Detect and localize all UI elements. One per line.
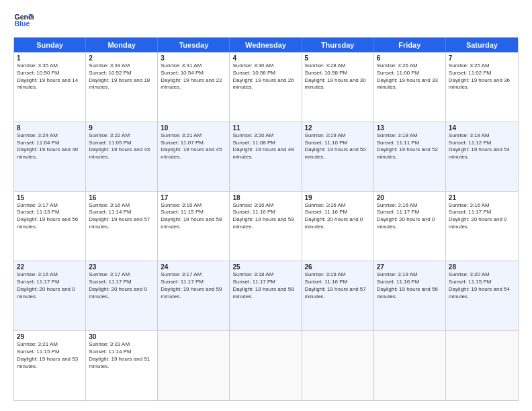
header-cell-friday: Friday	[374, 38, 446, 52]
calendar-cell: 25Sunrise: 3:18 AM Sunset: 11:17 PM Dayl…	[230, 261, 302, 330]
calendar-cell	[446, 331, 518, 400]
calendar-cell: 13Sunrise: 3:18 AM Sunset: 11:11 PM Dayl…	[374, 122, 446, 191]
calendar-week-0: 1Sunrise: 3:35 AM Sunset: 10:50 PM Dayli…	[14, 52, 518, 122]
day-number: 22	[17, 263, 83, 271]
page: General Blue SundayMondayTuesdayWednesda…	[0, 0, 532, 411]
cell-info: Sunrise: 3:19 AM Sunset: 11:16 PM Daylig…	[377, 271, 443, 300]
calendar-cell: 22Sunrise: 3:16 AM Sunset: 11:17 PM Dayl…	[14, 261, 86, 330]
calendar-cell	[374, 331, 446, 400]
day-number: 9	[89, 124, 154, 132]
calendar-cell	[230, 331, 302, 400]
calendar-body: 1Sunrise: 3:35 AM Sunset: 10:50 PM Dayli…	[14, 52, 518, 400]
day-number: 21	[449, 194, 515, 201]
cell-info: Sunrise: 3:17 AM Sunset: 11:17 PM Daylig…	[161, 271, 226, 300]
calendar-cell: 21Sunrise: 3:16 AM Sunset: 11:17 PM Dayl…	[446, 192, 518, 261]
calendar-cell	[302, 331, 374, 400]
cell-info: Sunrise: 3:16 AM Sunset: 11:17 PM Daylig…	[17, 271, 83, 300]
day-number: 4	[232, 54, 298, 62]
calendar-cell: 4Sunrise: 3:30 AM Sunset: 10:56 PM Dayli…	[230, 52, 302, 122]
day-number: 20	[377, 194, 443, 201]
day-number: 7	[449, 54, 515, 62]
cell-info: Sunrise: 3:19 AM Sunset: 11:16 PM Daylig…	[305, 271, 371, 300]
calendar-cell: 1Sunrise: 3:35 AM Sunset: 10:50 PM Dayli…	[14, 52, 86, 122]
day-number: 27	[377, 263, 443, 271]
day-number: 29	[17, 333, 83, 340]
logo-icon: General Blue	[13, 10, 34, 30]
header-cell-saturday: Saturday	[446, 38, 518, 52]
calendar-cell: 19Sunrise: 3:16 AM Sunset: 11:16 PM Dayl…	[302, 192, 374, 261]
calendar-cell: 27Sunrise: 3:19 AM Sunset: 11:16 PM Dayl…	[374, 261, 446, 330]
cell-info: Sunrise: 3:26 AM Sunset: 11:00 PM Daylig…	[377, 62, 443, 91]
calendar-cell: 9Sunrise: 3:22 AM Sunset: 11:05 PM Dayli…	[86, 122, 158, 191]
header-cell-wednesday: Wednesday	[230, 38, 302, 52]
cell-info: Sunrise: 3:24 AM Sunset: 11:04 PM Daylig…	[17, 132, 83, 161]
header-cell-sunday: Sunday	[14, 38, 86, 52]
calendar-cell	[158, 331, 230, 400]
calendar-cell: 30Sunrise: 3:23 AM Sunset: 11:14 PM Dayl…	[86, 331, 158, 400]
calendar-cell: 16Sunrise: 3:16 AM Sunset: 11:14 PM Dayl…	[86, 192, 158, 261]
day-number: 2	[89, 54, 154, 62]
cell-info: Sunrise: 3:21 AM Sunset: 11:07 PM Daylig…	[161, 132, 226, 161]
calendar-cell: 24Sunrise: 3:17 AM Sunset: 11:17 PM Dayl…	[158, 261, 230, 330]
calendar-week-4: 29Sunrise: 3:21 AM Sunset: 11:15 PM Dayl…	[14, 331, 518, 400]
cell-info: Sunrise: 3:30 AM Sunset: 10:56 PM Daylig…	[232, 62, 298, 91]
day-number: 3	[161, 54, 226, 62]
cell-info: Sunrise: 3:16 AM Sunset: 11:16 PM Daylig…	[305, 202, 371, 231]
cell-info: Sunrise: 3:16 AM Sunset: 11:17 PM Daylig…	[377, 202, 443, 231]
cell-info: Sunrise: 3:20 AM Sunset: 11:15 PM Daylig…	[449, 271, 515, 300]
day-number: 23	[89, 263, 154, 271]
cell-info: Sunrise: 3:28 AM Sunset: 10:58 PM Daylig…	[305, 62, 371, 91]
calendar-cell: 28Sunrise: 3:20 AM Sunset: 11:15 PM Dayl…	[446, 261, 518, 330]
svg-text:Blue: Blue	[15, 19, 30, 28]
calendar-cell: 15Sunrise: 3:17 AM Sunset: 11:13 PM Dayl…	[14, 192, 86, 261]
calendar-cell: 17Sunrise: 3:16 AM Sunset: 11:15 PM Dayl…	[158, 192, 230, 261]
cell-info: Sunrise: 3:25 AM Sunset: 11:02 PM Daylig…	[449, 62, 515, 91]
cell-info: Sunrise: 3:18 AM Sunset: 11:12 PM Daylig…	[449, 132, 515, 161]
calendar-cell: 6Sunrise: 3:26 AM Sunset: 11:00 PM Dayli…	[374, 52, 446, 122]
calendar-cell: 14Sunrise: 3:18 AM Sunset: 11:12 PM Dayl…	[446, 122, 518, 191]
day-number: 18	[232, 194, 298, 201]
cell-info: Sunrise: 3:18 AM Sunset: 11:17 PM Daylig…	[232, 271, 298, 300]
day-number: 8	[17, 124, 83, 132]
cell-info: Sunrise: 3:17 AM Sunset: 11:13 PM Daylig…	[17, 202, 83, 231]
cell-info: Sunrise: 3:35 AM Sunset: 10:50 PM Daylig…	[17, 62, 83, 91]
calendar-cell: 11Sunrise: 3:20 AM Sunset: 11:08 PM Dayl…	[230, 122, 302, 191]
cell-info: Sunrise: 3:21 AM Sunset: 11:15 PM Daylig…	[17, 341, 83, 370]
day-number: 15	[17, 194, 83, 201]
calendar-cell: 12Sunrise: 3:19 AM Sunset: 11:10 PM Dayl…	[302, 122, 374, 191]
day-number: 11	[232, 124, 298, 132]
day-number: 19	[305, 194, 371, 201]
cell-info: Sunrise: 3:17 AM Sunset: 11:17 PM Daylig…	[89, 271, 154, 300]
day-number: 24	[161, 263, 226, 271]
logo: General Blue	[13, 10, 34, 30]
header-cell-thursday: Thursday	[302, 38, 374, 52]
calendar-cell: 26Sunrise: 3:19 AM Sunset: 11:16 PM Dayl…	[302, 261, 374, 330]
calendar-cell: 20Sunrise: 3:16 AM Sunset: 11:17 PM Dayl…	[374, 192, 446, 261]
cell-info: Sunrise: 3:18 AM Sunset: 11:11 PM Daylig…	[377, 132, 443, 161]
calendar: SundayMondayTuesdayWednesdayThursdayFrid…	[13, 37, 519, 401]
calendar-cell: 18Sunrise: 3:16 AM Sunset: 11:16 PM Dayl…	[230, 192, 302, 261]
cell-info: Sunrise: 3:19 AM Sunset: 11:10 PM Daylig…	[305, 132, 371, 161]
cell-info: Sunrise: 3:20 AM Sunset: 11:08 PM Daylig…	[232, 132, 298, 161]
day-number: 30	[89, 333, 154, 340]
day-number: 17	[161, 194, 226, 201]
calendar-cell: 5Sunrise: 3:28 AM Sunset: 10:58 PM Dayli…	[302, 52, 374, 122]
cell-info: Sunrise: 3:16 AM Sunset: 11:14 PM Daylig…	[89, 202, 154, 231]
cell-info: Sunrise: 3:16 AM Sunset: 11:17 PM Daylig…	[449, 202, 515, 231]
day-number: 10	[161, 124, 226, 132]
calendar-header-row: SundayMondayTuesdayWednesdayThursdayFrid…	[14, 38, 518, 52]
day-number: 16	[89, 194, 154, 201]
header-cell-tuesday: Tuesday	[158, 38, 230, 52]
day-number: 12	[305, 124, 371, 132]
day-number: 14	[449, 124, 515, 132]
calendar-cell: 7Sunrise: 3:25 AM Sunset: 11:02 PM Dayli…	[446, 52, 518, 122]
day-number: 25	[232, 263, 298, 271]
calendar-cell: 8Sunrise: 3:24 AM Sunset: 11:04 PM Dayli…	[14, 122, 86, 191]
day-number: 28	[449, 263, 515, 271]
calendar-cell: 2Sunrise: 3:33 AM Sunset: 10:52 PM Dayli…	[86, 52, 158, 122]
cell-info: Sunrise: 3:31 AM Sunset: 10:54 PM Daylig…	[161, 62, 226, 91]
calendar-week-1: 8Sunrise: 3:24 AM Sunset: 11:04 PM Dayli…	[14, 122, 518, 192]
day-number: 6	[377, 54, 443, 62]
calendar-cell: 23Sunrise: 3:17 AM Sunset: 11:17 PM Dayl…	[86, 261, 158, 330]
header: General Blue	[13, 10, 519, 30]
